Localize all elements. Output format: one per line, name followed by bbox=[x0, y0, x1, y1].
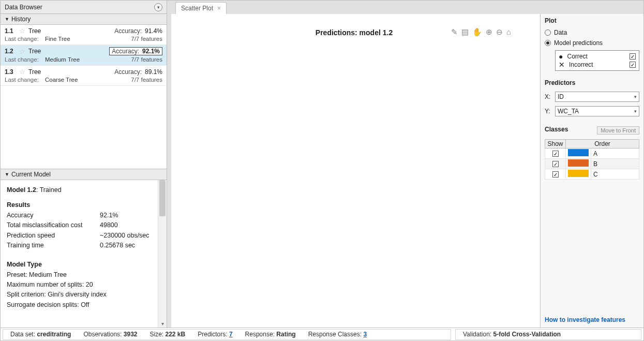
col-order: Order bbox=[566, 140, 639, 149]
star-icon[interactable]: ☆ bbox=[19, 27, 25, 35]
history-list: 1.1 ☆ Tree Accuracy: 91.4% Last change: … bbox=[1, 25, 167, 169]
help-link[interactable]: How to investigate features bbox=[545, 312, 639, 323]
class-row[interactable]: C bbox=[545, 169, 639, 180]
predictors-section-header: Predictors bbox=[545, 79, 639, 86]
accuracy-highlight: Accuracy: 92.1% bbox=[109, 47, 162, 55]
status-bar: Data set: creditrating Observations: 393… bbox=[1, 328, 643, 340]
history-item-selected[interactable]: 1.2 ☆ Tree Accuracy: 92.1% Last change: … bbox=[1, 45, 167, 66]
current-model-header[interactable]: Current Model bbox=[1, 169, 167, 180]
top-row: Data Browser ▾ Scatter Plot × bbox=[1, 1, 643, 14]
scrollbar[interactable]: ▾ bbox=[158, 180, 167, 328]
prediction-legend: ●Correct ✕Incorrect bbox=[555, 50, 639, 71]
history-item[interactable]: 1.3 ☆ Tree Accuracy: 89.1% Last change: … bbox=[1, 66, 167, 86]
y-predictor-dropdown[interactable]: WC_TA▾ bbox=[555, 106, 639, 116]
correct-marker-icon: ● bbox=[559, 53, 563, 60]
checkbox-class-a[interactable] bbox=[552, 151, 559, 157]
current-model-panel: Model 1.2: Trained Results Accuracy92.1%… bbox=[1, 180, 167, 328]
col-show: Show bbox=[545, 140, 566, 149]
x-label: X: bbox=[545, 93, 552, 100]
checkbox-incorrect[interactable] bbox=[630, 62, 636, 68]
chart-canvas bbox=[171, 14, 537, 322]
data-browser-header: Data Browser ▾ bbox=[1, 1, 167, 13]
predictors-link[interactable]: 7 bbox=[229, 331, 233, 338]
status-left: Data set: creditrating Observations: 393… bbox=[3, 329, 451, 340]
collapse-panel-icon[interactable]: ▾ bbox=[154, 3, 162, 11]
radio-model-predictions[interactable]: Model predictions bbox=[545, 39, 639, 47]
chevron-down-icon: ▾ bbox=[634, 109, 637, 114]
class-row[interactable]: A bbox=[545, 149, 639, 159]
radio-icon bbox=[545, 40, 551, 46]
left-panel: History 1.1 ☆ Tree Accuracy: 91.4% Last … bbox=[1, 14, 167, 328]
plot-options-panel: Plot Data Model predictions ●Correct ✕In… bbox=[540, 14, 643, 328]
classes-table: Show Order A B C bbox=[545, 139, 639, 180]
star-icon[interactable]: ☆ bbox=[19, 48, 25, 55]
gutter bbox=[167, 14, 171, 328]
swatch-a bbox=[568, 149, 589, 156]
checkbox-correct[interactable] bbox=[630, 53, 636, 60]
checkbox-class-c[interactable] bbox=[552, 171, 559, 177]
plot-panel: Predictions: model 1.2 ✎ ▤ ✋ ⊕ ⊖ ⌂ bbox=[171, 14, 540, 328]
scroll-down-icon[interactable]: ▾ bbox=[160, 320, 165, 327]
class-row[interactable]: B bbox=[545, 159, 639, 169]
checkbox-class-b[interactable] bbox=[552, 161, 559, 167]
scatter-plot[interactable]: Predictions: model 1.2 ✎ ▤ ✋ ⊕ ⊖ ⌂ bbox=[171, 14, 537, 328]
y-label: Y: bbox=[545, 108, 552, 115]
current-model-body: Model 1.2: Trained Results Accuracy92.1%… bbox=[1, 180, 158, 328]
tab-label: Scatter Plot bbox=[181, 5, 213, 12]
chevron-down-icon: ▾ bbox=[634, 94, 637, 99]
star-icon[interactable]: ☆ bbox=[19, 68, 25, 76]
document-tabs: Scatter Plot × bbox=[167, 1, 643, 14]
radio-icon bbox=[545, 29, 551, 36]
history-item[interactable]: 1.1 ☆ Tree Accuracy: 91.4% Last change: … bbox=[1, 25, 167, 45]
response-classes-link[interactable]: 3 bbox=[363, 331, 367, 338]
history-header[interactable]: History bbox=[1, 14, 167, 25]
tab-scatter-plot[interactable]: Scatter Plot × bbox=[175, 2, 227, 14]
app-window: Data Browser ▾ Scatter Plot × History 1.… bbox=[0, 0, 644, 341]
swatch-c bbox=[568, 170, 589, 177]
classes-section-header: Classes bbox=[545, 126, 568, 133]
move-to-front-button[interactable]: Move to Front bbox=[597, 126, 639, 135]
scrollbar-thumb[interactable] bbox=[159, 180, 166, 216]
incorrect-marker-icon: ✕ bbox=[559, 61, 565, 68]
main-content: History 1.1 ☆ Tree Accuracy: 91.4% Last … bbox=[1, 14, 643, 328]
data-browser-title: Data Browser bbox=[5, 4, 42, 11]
status-right: Validation: 5-fold Cross-Validation bbox=[455, 329, 641, 340]
x-predictor-dropdown[interactable]: ID▾ bbox=[555, 92, 639, 102]
radio-data[interactable]: Data bbox=[545, 28, 639, 37]
close-icon[interactable]: × bbox=[217, 5, 221, 12]
swatch-b bbox=[568, 159, 589, 167]
plot-section-header: Plot bbox=[545, 17, 639, 24]
